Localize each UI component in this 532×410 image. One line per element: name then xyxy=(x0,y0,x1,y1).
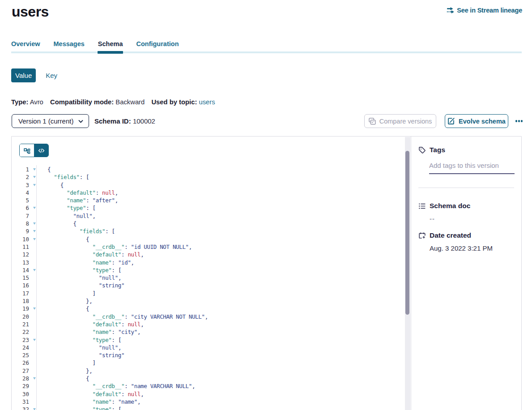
code-text: "type": [ xyxy=(47,336,121,344)
editor-scrollbar[interactable] xyxy=(405,137,410,410)
code-line-6: 6 "type": [ xyxy=(12,204,404,212)
code-view-button[interactable] xyxy=(34,144,48,157)
line-number: 32 xyxy=(12,406,29,410)
version-bar: Version 1 (current) Schema ID: 100002 xyxy=(11,114,522,128)
fold-arrow-icon[interactable] xyxy=(33,377,36,380)
code-line-25: 25 "string" xyxy=(12,351,404,359)
code-text: { xyxy=(47,235,89,243)
stream-lineage-icon xyxy=(447,7,454,14)
evolve-schema-label: Evolve schema xyxy=(459,118,506,125)
code-text: "name": "name", xyxy=(47,398,140,406)
code-text: "default": null, xyxy=(47,251,144,258)
fold-arrow-icon[interactable] xyxy=(33,408,36,410)
fold-arrow-icon[interactable] xyxy=(33,238,36,240)
subtab-value[interactable]: Value xyxy=(11,68,36,82)
schema-view-toggle xyxy=(19,144,49,157)
schema-side-panel: Tags Schema xyxy=(411,137,521,410)
fold-arrow-icon[interactable] xyxy=(33,168,36,171)
code-line-7: 7 "null", xyxy=(12,212,404,220)
code-line-26: 26 ] xyxy=(12,359,404,367)
schema-part-subtabs: Value Key xyxy=(11,68,61,82)
code-text: ] xyxy=(47,290,96,297)
code-line-22: 22 "name": "city", xyxy=(12,328,404,336)
topic-users-link[interactable]: users xyxy=(199,98,215,106)
compare-versions-button[interactable]: Compare versions xyxy=(364,114,436,128)
line-number: 6 xyxy=(12,204,29,212)
subtab-key[interactable]: Key xyxy=(42,68,61,82)
line-number: 22 xyxy=(12,328,29,336)
schema-panel: 1{2 "fields": [3 {4 "default": null,5 "n… xyxy=(11,136,522,410)
compare-versions-icon xyxy=(369,118,376,125)
code-line-3: 3 { xyxy=(12,181,404,189)
code-text: "default": null, xyxy=(47,189,118,196)
fold-arrow-icon[interactable] xyxy=(33,184,36,186)
fold-arrow-icon[interactable] xyxy=(33,308,36,310)
line-number: 4 xyxy=(12,189,29,196)
code-line-13: 13 "name": "id", xyxy=(12,259,404,266)
line-number: 16 xyxy=(12,282,29,289)
version-select-value: Version 1 (current) xyxy=(18,117,73,125)
line-number: 7 xyxy=(12,212,29,220)
line-number: 8 xyxy=(12,220,29,227)
code-text: }, xyxy=(47,297,92,305)
fold-arrow-icon[interactable] xyxy=(33,207,36,209)
line-number: 31 xyxy=(12,398,29,406)
schema-doc-value: -- xyxy=(430,215,514,222)
fold-arrow-icon[interactable] xyxy=(33,176,36,178)
page-title: users xyxy=(12,4,49,20)
code-text: "name": "id", xyxy=(47,259,134,266)
line-number: 2 xyxy=(12,173,29,181)
code-text: "fields": [ xyxy=(47,227,115,235)
code-text: "name": "after", xyxy=(47,196,118,204)
code-text: "null", xyxy=(47,344,121,351)
line-number: 13 xyxy=(12,259,29,266)
date-created-value: Aug. 3 2022 3:21 PM xyxy=(430,244,514,252)
code-line-9: 9 "fields": [ xyxy=(12,227,404,235)
code-text: }, xyxy=(47,367,92,375)
schema-meta-line: Type: Avro Compatibility mode: Backward … xyxy=(11,98,220,106)
code-line-28: 28 { xyxy=(12,375,404,382)
line-number: 21 xyxy=(12,320,29,328)
code-line-18: 18 }, xyxy=(12,297,404,305)
line-number: 30 xyxy=(12,390,29,398)
fold-arrow-icon[interactable] xyxy=(33,222,36,225)
topic-schema-page: users See in Stream lineage Overview Mes… xyxy=(0,0,532,410)
editor-scrollbar-thumb[interactable] xyxy=(405,151,409,315)
line-number: 3 xyxy=(12,181,29,189)
code-line-23: 23 "type": [ xyxy=(12,336,404,344)
code-line-12: 12 "default": null, xyxy=(12,251,404,258)
tree-view-icon xyxy=(24,147,30,154)
fold-arrow-icon[interactable] xyxy=(33,230,36,232)
more-actions-button[interactable] xyxy=(515,114,523,128)
line-number: 15 xyxy=(12,274,29,282)
line-number: 12 xyxy=(12,251,29,258)
tags-title: Tags xyxy=(430,146,445,154)
schema-id: Schema ID: 100002 xyxy=(94,117,155,125)
fold-arrow-icon[interactable] xyxy=(33,339,36,341)
tab-schema[interactable]: Schema xyxy=(98,40,123,54)
version-select[interactable]: Version 1 (current) xyxy=(12,114,89,128)
code-text: "default": null, xyxy=(47,390,144,398)
code-text: "name": "city", xyxy=(47,328,140,336)
line-number: 25 xyxy=(12,351,29,359)
code-line-2: 2 "fields": [ xyxy=(12,173,404,181)
code-text: "__crdb__": "id UUID NOT NULL", xyxy=(47,243,192,251)
list-icon xyxy=(418,202,426,210)
line-number: 1 xyxy=(12,166,29,173)
code-text: "type": [ xyxy=(47,406,121,410)
add-tags-input[interactable] xyxy=(429,160,515,174)
code-text: "fields": [ xyxy=(47,173,89,181)
meta-compatibility-mode: Compatibility mode: Backward xyxy=(50,98,145,106)
fold-arrow-icon[interactable] xyxy=(33,269,36,271)
code-line-27: 27 }, xyxy=(12,367,404,375)
tree-view-button[interactable] xyxy=(20,144,34,157)
code-line-15: 15 "null", xyxy=(12,274,404,282)
code-text: { xyxy=(47,220,77,227)
line-number: 11 xyxy=(12,243,29,251)
evolve-schema-button[interactable]: Evolve schema xyxy=(445,114,508,128)
tag-icon xyxy=(418,146,426,154)
schema-code-editor[interactable]: 1{2 "fields": [3 {4 "default": null,5 "n… xyxy=(12,166,404,410)
code-line-19: 19 { xyxy=(12,305,404,312)
code-line-30: 30 "default": null, xyxy=(12,390,404,398)
see-in-stream-lineage-link[interactable]: See in Stream lineage xyxy=(447,7,522,14)
